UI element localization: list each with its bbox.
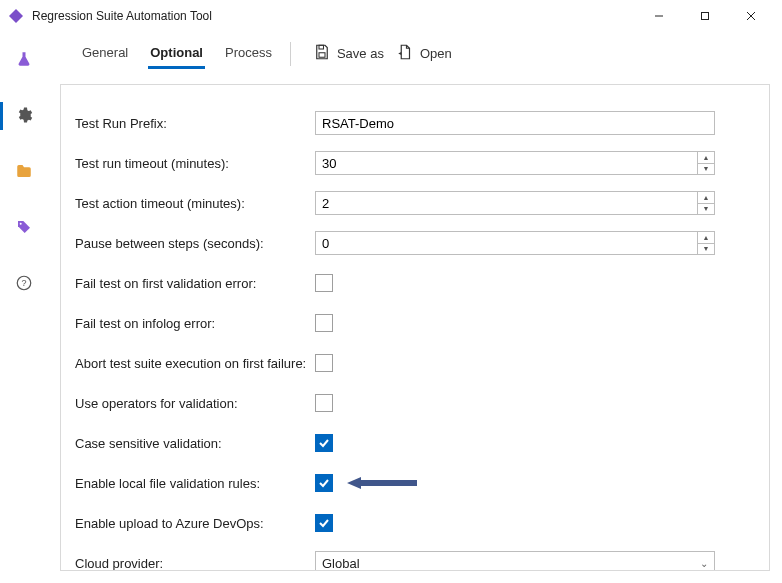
- gear-icon: [15, 106, 33, 127]
- toolbar: General Optional Process Save as Open: [60, 32, 770, 76]
- svg-rect-2: [702, 13, 709, 20]
- tag-icon: [16, 219, 32, 238]
- label-abort-on-first-failure: Abort test suite execution on first fail…: [75, 356, 315, 371]
- input-pause-between-steps[interactable]: [315, 231, 697, 255]
- row-case-sensitive: Case sensitive validation:: [75, 423, 755, 463]
- spinner-test-run-timeout: ▲ ▼: [315, 151, 715, 175]
- label-test-run-prefix: Test Run Prefix:: [75, 116, 315, 131]
- row-fail-on-infolog: Fail test on infolog error:: [75, 303, 755, 343]
- checkbox-enable-local-rules[interactable]: [315, 474, 333, 492]
- svg-point-5: [20, 222, 22, 224]
- svg-marker-0: [9, 9, 23, 23]
- chevron-down-icon: ⌄: [700, 558, 708, 569]
- sidebar-item-files[interactable]: [0, 154, 48, 190]
- label-pause-between-steps: Pause between steps (seconds):: [75, 236, 315, 251]
- label-use-operators: Use operators for validation:: [75, 396, 315, 411]
- arrow-callout-icon: [347, 475, 417, 491]
- row-pause-between-steps: Pause between steps (seconds): ▲ ▼: [75, 223, 755, 263]
- checkbox-use-operators[interactable]: [315, 394, 333, 412]
- select-cloud-provider-value: Global: [322, 556, 360, 571]
- checkbox-abort-on-first-failure[interactable]: [315, 354, 333, 372]
- sidebar-item-tags[interactable]: [0, 210, 48, 246]
- close-button[interactable]: [728, 1, 774, 31]
- save-as-label: Save as: [337, 46, 384, 61]
- row-enable-upload-devops: Enable upload to Azure DevOps:: [75, 503, 755, 543]
- save-as-button[interactable]: Save as: [307, 39, 390, 68]
- tab-process[interactable]: Process: [223, 39, 274, 69]
- main-area: General Optional Process Save as Open: [48, 32, 782, 583]
- spin-down-test-action-timeout[interactable]: ▼: [698, 204, 714, 215]
- open-label: Open: [420, 46, 452, 61]
- titlebar: Regression Suite Automation Tool: [0, 0, 782, 32]
- window-title: Regression Suite Automation Tool: [32, 9, 636, 23]
- label-fail-on-validation: Fail test on first validation error:: [75, 276, 315, 291]
- row-abort-on-first-failure: Abort test suite execution on first fail…: [75, 343, 755, 383]
- label-enable-upload-devops: Enable upload to Azure DevOps:: [75, 516, 315, 531]
- checkbox-fail-on-infolog[interactable]: [315, 314, 333, 332]
- row-enable-local-rules: Enable local file validation rules:: [75, 463, 755, 503]
- settings-panel: Test Run Prefix: Test run timeout (minut…: [60, 84, 770, 571]
- spinner-test-action-timeout: ▲ ▼: [315, 191, 715, 215]
- spin-up-pause-between-steps[interactable]: ▲: [698, 232, 714, 244]
- tabs: General Optional Process: [60, 39, 274, 69]
- row-fail-on-validation: Fail test on first validation error:: [75, 263, 755, 303]
- tab-general[interactable]: General: [80, 39, 130, 69]
- svg-rect-9: [319, 53, 325, 58]
- app-window: Regression Suite Automation Tool: [0, 0, 782, 583]
- spin-down-pause-between-steps[interactable]: ▼: [698, 244, 714, 255]
- spin-up-test-action-timeout[interactable]: ▲: [698, 192, 714, 204]
- help-icon: ?: [15, 274, 33, 295]
- save-as-icon: [313, 43, 331, 64]
- label-fail-on-infolog: Fail test on infolog error:: [75, 316, 315, 331]
- input-test-run-timeout[interactable]: [315, 151, 697, 175]
- sidebar-item-help[interactable]: ?: [0, 266, 48, 302]
- label-test-run-timeout: Test run timeout (minutes):: [75, 156, 315, 171]
- folder-icon: [15, 162, 33, 183]
- row-cloud-provider: Cloud provider: Global ⌄: [75, 543, 755, 571]
- flask-icon: [15, 50, 33, 71]
- checkbox-case-sensitive[interactable]: [315, 434, 333, 452]
- tab-optional[interactable]: Optional: [148, 39, 205, 69]
- row-test-run-timeout: Test run timeout (minutes): ▲ ▼: [75, 143, 755, 183]
- app-icon: [8, 8, 24, 24]
- row-use-operators: Use operators for validation:: [75, 383, 755, 423]
- row-test-run-prefix: Test Run Prefix:: [75, 103, 755, 143]
- checkbox-fail-on-validation[interactable]: [315, 274, 333, 292]
- window-controls: [636, 1, 774, 31]
- toolbar-divider: [290, 42, 291, 66]
- sidebar-item-tests[interactable]: [0, 42, 48, 78]
- spin-down-test-run-timeout[interactable]: ▼: [698, 164, 714, 175]
- svg-marker-10: [347, 477, 417, 489]
- sidebar-item-settings[interactable]: [0, 98, 48, 134]
- select-cloud-provider[interactable]: Global ⌄: [315, 551, 715, 571]
- minimize-button[interactable]: [636, 1, 682, 31]
- input-test-action-timeout[interactable]: [315, 191, 697, 215]
- label-test-action-timeout: Test action timeout (minutes):: [75, 196, 315, 211]
- checkbox-enable-upload-devops[interactable]: [315, 514, 333, 532]
- spinner-pause-between-steps: ▲ ▼: [315, 231, 715, 255]
- row-test-action-timeout: Test action timeout (minutes): ▲ ▼: [75, 183, 755, 223]
- svg-text:?: ?: [21, 278, 26, 288]
- maximize-button[interactable]: [682, 1, 728, 31]
- open-icon: [396, 43, 414, 64]
- input-test-run-prefix[interactable]: [315, 111, 715, 135]
- label-case-sensitive: Case sensitive validation:: [75, 436, 315, 451]
- sidebar: ?: [0, 32, 48, 583]
- label-cloud-provider: Cloud provider:: [75, 556, 315, 571]
- label-enable-local-rules: Enable local file validation rules:: [75, 476, 315, 491]
- spin-up-test-run-timeout[interactable]: ▲: [698, 152, 714, 164]
- open-button[interactable]: Open: [390, 39, 458, 68]
